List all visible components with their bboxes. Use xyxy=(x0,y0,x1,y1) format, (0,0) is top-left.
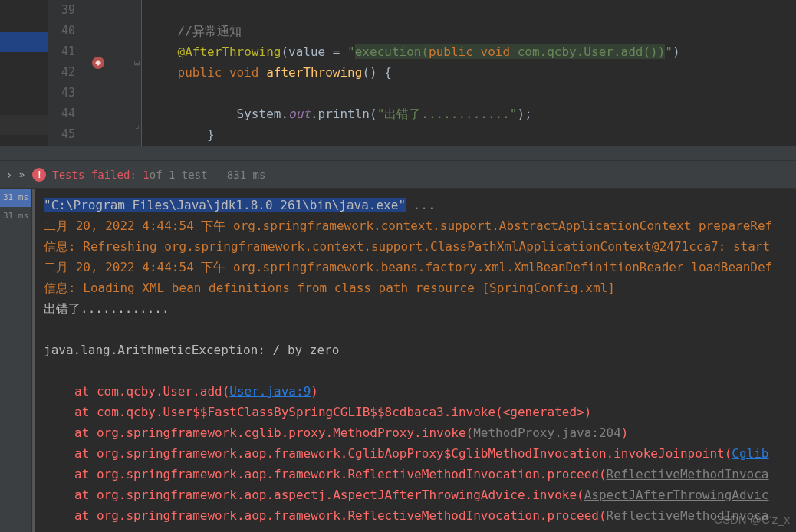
fold-end-icon[interactable]: ⌟ xyxy=(134,120,140,130)
source-link[interactable]: AspectJAfterThrowingAdvic xyxy=(584,488,769,502)
code-content[interactable]: //异常通知 @AfterThrowing(value = "execution… xyxy=(142,0,796,146)
code-line-40: //异常通知 xyxy=(148,21,796,41)
expand-arrow-icon[interactable]: › xyxy=(6,169,12,181)
source-link[interactable]: Cglib xyxy=(732,446,768,461)
log-line: 二月 20, 2022 4:44:54 下午 org.springframewo… xyxy=(44,257,787,277)
source-link[interactable]: ReflectiveMethodInvoca xyxy=(607,467,769,481)
failed-count: 1 xyxy=(143,169,149,181)
line-number: 44 xyxy=(48,103,84,124)
line-number: 42 xyxy=(48,62,84,83)
chevrons-icon[interactable]: » xyxy=(18,169,25,180)
blank-line xyxy=(44,360,787,381)
test-tree-sidebar[interactable]: 31 ms 31 ms xyxy=(0,189,32,532)
blank-line xyxy=(44,319,787,340)
test-item[interactable]: 31 ms xyxy=(0,207,31,225)
code-line-44: System.out.println("出错了............"); xyxy=(148,103,796,124)
line-gutter: 39 40 41 42 43 44 45 xyxy=(48,0,84,146)
panel-splitter[interactable] xyxy=(0,146,796,161)
stack-trace-line: at org.springframework.cglib.proxy.Metho… xyxy=(44,422,787,443)
test-item[interactable]: 31 ms xyxy=(0,189,31,207)
log-line: 信息: Loading XML bean definitions from cl… xyxy=(44,277,787,298)
console-output[interactable]: "C:\Program Files\Java\jdk1.8.0_261\bin\… xyxy=(32,189,796,532)
source-link[interactable]: MethodProxy.java:204 xyxy=(473,425,621,440)
line-number: 45 xyxy=(48,124,84,145)
output-line: 出错了............ xyxy=(44,298,787,319)
run-panel: 31 ms 31 ms "C:\Program Files\Java\jdk1.… xyxy=(0,189,796,532)
stack-trace-line: at org.springframework.aop.aspectj.Aspec… xyxy=(44,484,787,505)
fold-minus-icon[interactable]: ⊟ xyxy=(134,57,140,68)
aop-advice-icon[interactable] xyxy=(90,55,106,71)
code-editor[interactable]: 39 40 41 42 43 44 45 ⊟ ⌟ //异常通知 @AfterTh… xyxy=(0,0,796,146)
error-icon: ! xyxy=(32,168,46,182)
source-link[interactable]: User.java:9 xyxy=(229,384,311,399)
line-number: 43 xyxy=(48,83,84,103)
watermark: CSDN @C'z_x xyxy=(714,513,790,526)
line-number: 40 xyxy=(48,21,84,41)
command-line: "C:\Program Files\Java\jdk1.8.0_261\bin\… xyxy=(44,195,787,215)
stack-trace-line: at com.qcby.User$$FastClassBySpringCGLIB… xyxy=(44,402,787,422)
exception-line: java.lang.ArithmeticException: / by zero xyxy=(44,340,787,360)
line-number: 41 xyxy=(48,41,84,62)
stack-trace-line: at org.springframework.aop.framework.Cgl… xyxy=(44,443,787,464)
code-line-45: } xyxy=(148,124,796,145)
test-status-bar: › » ! Tests failed: 1 of 1 test – 831 ms xyxy=(0,161,796,189)
code-line-41: @AfterThrowing(value = "execution(public… xyxy=(148,41,796,62)
log-line: 二月 20, 2022 4:44:54 下午 org.springframewo… xyxy=(44,215,787,236)
current-line-highlight xyxy=(0,115,48,135)
gutter-icons-area: ⊟ ⌟ xyxy=(84,0,142,146)
stack-trace-line: at org.springframework.aop.framework.Ref… xyxy=(44,505,787,526)
test-failed-label: Tests failed: xyxy=(52,169,137,181)
stack-trace-line: at com.qcby.User.add(User.java:9) xyxy=(44,381,787,402)
line-number: 39 xyxy=(48,0,84,21)
editor-margin xyxy=(0,0,48,146)
stack-trace-line: at org.springframework.aop.framework.Ref… xyxy=(44,464,787,484)
breakpoint-highlight xyxy=(0,32,48,52)
log-line: 信息: Refreshing org.springframework.conte… xyxy=(44,236,787,257)
code-line-42: public void afterThrowing() { xyxy=(148,62,796,83)
test-total-label: of 1 test – 831 ms xyxy=(150,169,266,181)
